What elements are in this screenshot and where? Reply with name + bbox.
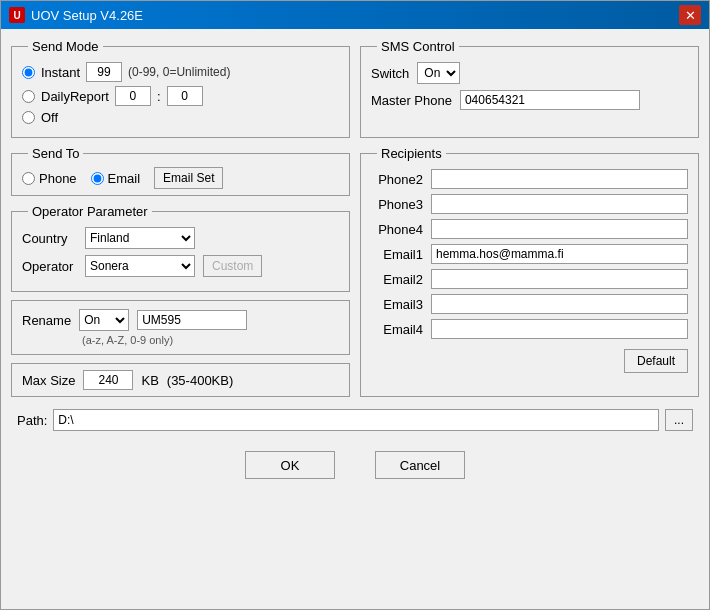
app-icon: U [9, 7, 25, 23]
left-column: Send To Phone Email Email Set [11, 146, 350, 397]
default-btn-row: Default [371, 345, 688, 373]
instant-value-input[interactable] [86, 62, 122, 82]
max-size-hint: (35-400KB) [167, 373, 233, 388]
phone-radio[interactable] [22, 172, 35, 185]
off-radio[interactable] [22, 111, 35, 124]
path-label: Path: [17, 413, 47, 428]
email-radio[interactable] [91, 172, 104, 185]
daily-row: DailyReport : [22, 86, 339, 106]
email4-input[interactable] [431, 319, 688, 339]
send-to-legend: Send To [28, 146, 83, 161]
operator-param-legend: Operator Parameter [28, 204, 152, 219]
phone4-input[interactable] [431, 219, 688, 239]
operator-param-group: Operator Parameter Country Finland Swede… [11, 204, 350, 292]
email2-row: Email2 [371, 269, 688, 289]
email1-row: Email1 [371, 244, 688, 264]
phone-label: Phone [39, 171, 77, 186]
email3-label: Email3 [371, 297, 423, 312]
email2-input[interactable] [431, 269, 688, 289]
phone3-input[interactable] [431, 194, 688, 214]
email4-row: Email4 [371, 319, 688, 339]
phone-radio-label[interactable]: Phone [22, 171, 77, 186]
main-content: Send Mode Instant (0-99, 0=Unlimited) Da… [1, 29, 709, 609]
operator-row: Operator Sonera Elisa DNA Custom [22, 255, 339, 277]
send-to-group: Send To Phone Email Email Set [11, 146, 350, 196]
right-column: Recipients Phone2 Phone3 Phone4 Emai [360, 146, 699, 397]
country-row: Country Finland Sweden Norway [22, 227, 339, 249]
phone4-row: Phone4 [371, 219, 688, 239]
instant-radio[interactable] [22, 66, 35, 79]
switch-select[interactable]: On Off [417, 62, 460, 84]
send-mode-group: Send Mode Instant (0-99, 0=Unlimited) Da… [11, 39, 350, 138]
off-label: Off [41, 110, 58, 125]
main-window: U UOV Setup V4.26E ✕ Send Mode Instant (… [0, 0, 710, 610]
max-size-unit: KB [141, 373, 158, 388]
master-phone-label: Master Phone [371, 93, 452, 108]
country-label: Country [22, 231, 77, 246]
phone4-label: Phone4 [371, 222, 423, 237]
top-row: Send Mode Instant (0-99, 0=Unlimited) Da… [11, 39, 699, 138]
rename-group: Rename On Off (a-z, A-Z, 0-9 only) [11, 300, 350, 355]
middle-row: Send To Phone Email Email Set [11, 146, 699, 397]
email-label: Email [108, 171, 141, 186]
path-browse-button[interactable]: ... [665, 409, 693, 431]
phone2-label: Phone2 [371, 172, 423, 187]
path-row: Path: ... [11, 405, 699, 435]
switch-row: Switch On Off [371, 62, 688, 84]
off-row: Off [22, 110, 339, 125]
custom-button[interactable]: Custom [203, 255, 262, 277]
rename-hint: (a-z, A-Z, 0-9 only) [82, 334, 339, 346]
instant-row: Instant (0-99, 0=Unlimited) [22, 62, 339, 82]
daily-hour-input[interactable] [115, 86, 151, 106]
daily-label: DailyReport [41, 89, 109, 104]
recipients-legend: Recipients [377, 146, 446, 161]
master-phone-input[interactable] [460, 90, 640, 110]
master-phone-row: Master Phone [371, 90, 688, 110]
rename-row: Rename On Off [22, 309, 339, 331]
daily-min-input[interactable] [167, 86, 203, 106]
max-size-label: Max Size [22, 373, 75, 388]
phone2-row: Phone2 [371, 169, 688, 189]
cancel-button[interactable]: Cancel [375, 451, 465, 479]
phone3-row: Phone3 [371, 194, 688, 214]
window-title: UOV Setup V4.26E [31, 8, 143, 23]
daily-radio[interactable] [22, 90, 35, 103]
email-set-button[interactable]: Email Set [154, 167, 223, 189]
email1-input[interactable] [431, 244, 688, 264]
operator-select[interactable]: Sonera Elisa DNA [85, 255, 195, 277]
path-input[interactable] [53, 409, 659, 431]
recipients-group: Recipients Phone2 Phone3 Phone4 Emai [360, 146, 699, 397]
rename-name-input[interactable] [137, 310, 247, 330]
instant-hint: (0-99, 0=Unlimited) [128, 65, 230, 79]
rename-select[interactable]: On Off [79, 309, 129, 331]
ok-button[interactable]: OK [245, 451, 335, 479]
sms-control-legend: SMS Control [377, 39, 459, 54]
send-mode-legend: Send Mode [28, 39, 103, 54]
instant-label: Instant [41, 65, 80, 80]
send-to-row: Phone Email Email Set [22, 167, 339, 189]
max-size-row: Max Size KB (35-400KB) [22, 370, 339, 390]
time-colon: : [157, 89, 161, 104]
close-button[interactable]: ✕ [679, 5, 701, 25]
title-bar-left: U UOV Setup V4.26E [9, 7, 143, 23]
max-size-group: Max Size KB (35-400KB) [11, 363, 350, 397]
title-bar: U UOV Setup V4.26E ✕ [1, 1, 709, 29]
country-select[interactable]: Finland Sweden Norway [85, 227, 195, 249]
email3-row: Email3 [371, 294, 688, 314]
max-size-input[interactable] [83, 370, 133, 390]
default-button[interactable]: Default [624, 349, 688, 373]
sms-control-group: SMS Control Switch On Off Master Phone [360, 39, 699, 138]
email3-input[interactable] [431, 294, 688, 314]
email1-label: Email1 [371, 247, 423, 262]
email4-label: Email4 [371, 322, 423, 337]
bottom-buttons: OK Cancel [11, 443, 699, 487]
email-radio-label[interactable]: Email [91, 171, 141, 186]
rename-label: Rename [22, 313, 71, 328]
email2-label: Email2 [371, 272, 423, 287]
phone3-label: Phone3 [371, 197, 423, 212]
operator-label: Operator [22, 259, 77, 274]
switch-label: Switch [371, 66, 409, 81]
phone2-input[interactable] [431, 169, 688, 189]
